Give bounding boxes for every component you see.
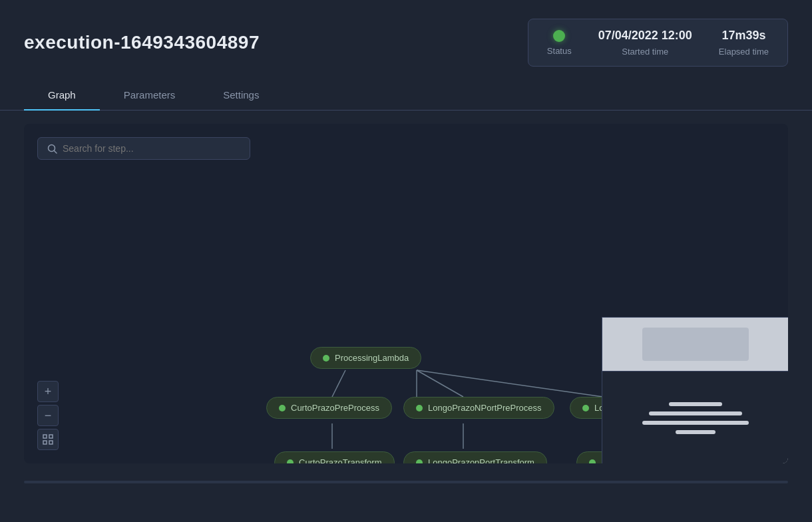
minimap-top [602, 318, 788, 371]
svg-rect-18 [642, 328, 749, 361]
started-time-value: 07/04/2022 12:00 [598, 29, 692, 43]
zoom-out-button[interactable]: − [37, 405, 59, 426]
elapsed-time-label: Elapsed time [719, 47, 769, 57]
svg-line-1 [55, 150, 57, 153]
elapsed-time-value: 17m39s [721, 29, 765, 43]
status-panel: Status 07/04/2022 12:00 Started time 17m… [528, 19, 788, 67]
node-curto-prazo-transform[interactable]: CurtoPrazoTransform [274, 451, 395, 463]
tab-graph[interactable]: Graph [24, 80, 100, 110]
node-longo-prazo-nport-preprocess[interactable]: LongoPrazoNPortPreProcess [403, 397, 554, 419]
node-curto-prazo-preprocess[interactable]: CurtoPrazoPreProcess [266, 397, 392, 419]
scrollbar-track[interactable] [24, 481, 788, 483]
header: execution-1649343604897 Status 07/04/202… [0, 0, 812, 80]
search-icon [47, 144, 57, 154]
minimap-bottom [602, 371, 788, 463]
minimap-line-1 [669, 402, 722, 406]
minimap-lines-group [642, 402, 749, 434]
fit-icon [43, 434, 53, 445]
svg-line-4 [417, 370, 603, 397]
status-label: Status [547, 46, 572, 56]
minimap-line-4 [676, 430, 715, 434]
minimap [602, 317, 788, 463]
zoom-controls: + − [37, 381, 59, 450]
started-time-item: 07/04/2022 12:00 Started time [598, 29, 692, 57]
search-input[interactable] [63, 143, 240, 154]
execution-title: execution-1649343604897 [24, 32, 260, 53]
node-longo-prazon-port-transform[interactable]: LongoPrazonPortTransform [403, 451, 547, 463]
status-dot [553, 30, 565, 42]
zoom-in-button[interactable]: + [37, 381, 59, 402]
status-indicator: Status [547, 30, 572, 56]
tab-parameters[interactable]: Parameters [100, 80, 200, 110]
svg-rect-14 [43, 435, 47, 438]
graph-section: ProcessingLambda CurtoPrazoPreProcess Lo… [0, 111, 812, 477]
minimap-preview [602, 318, 788, 371]
minimap-line-3 [642, 421, 749, 425]
graph-container: ProcessingLambda CurtoPrazoPreProcess Lo… [24, 124, 788, 463]
scrollbar-area [0, 477, 812, 485]
tabs-bar: Graph Parameters Settings [0, 80, 812, 111]
svg-line-3 [417, 370, 463, 397]
tab-settings[interactable]: Settings [199, 80, 283, 110]
started-time-label: Started time [622, 47, 668, 57]
elapsed-time-item: 17m39s Elapsed time [719, 29, 769, 57]
node-processing-lambda[interactable]: ProcessingLambda [310, 347, 421, 369]
svg-line-2 [332, 370, 345, 397]
search-bar[interactable] [37, 137, 250, 160]
svg-rect-16 [43, 441, 47, 444]
zoom-fit-button[interactable] [37, 429, 59, 450]
minimap-line-2 [649, 411, 742, 415]
svg-rect-15 [49, 435, 53, 438]
svg-rect-17 [49, 441, 53, 444]
